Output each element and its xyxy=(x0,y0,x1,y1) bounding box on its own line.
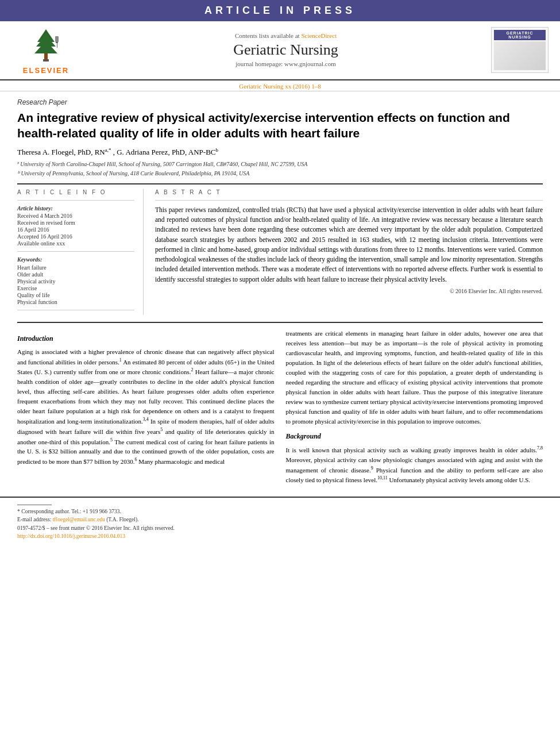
keyword-4: Exercise xyxy=(17,285,134,291)
svg-marker-4 xyxy=(34,41,57,53)
divider-kw xyxy=(17,251,134,252)
article-info-column: A R T I C L E I N F O Article history: R… xyxy=(17,189,144,315)
received-date: Received 4 March 2016 xyxy=(17,213,134,219)
keyword-5: Quality of life xyxy=(17,292,134,298)
abstract-column: A B S T R A C T This paper reviews rando… xyxy=(155,189,543,315)
article-type-label: Research Paper xyxy=(17,98,543,106)
affiliations: ª University of North Carolina-Chapel Hi… xyxy=(17,160,543,178)
svg-rect-8 xyxy=(56,42,58,43)
received-revised-label: Received in revised form xyxy=(17,220,134,226)
elsevier-tree-icon xyxy=(23,25,69,65)
main-content: Research Paper An integrative review of … xyxy=(0,91,560,491)
background-text: It is well known that physical activity … xyxy=(286,445,543,485)
svg-rect-9 xyxy=(57,43,57,48)
history-label: Article history: xyxy=(17,205,134,211)
copyright-line: © 2016 Elsevier Inc. All rights reserved… xyxy=(155,288,543,294)
background-heading: Background xyxy=(286,431,543,442)
affiliation-b: ᵇ University of Pennsylvania, School of … xyxy=(17,170,543,178)
keywords-label: Keywords: xyxy=(17,256,134,263)
available-online: Available online xxx xyxy=(17,240,134,247)
keyword-2: Older adult xyxy=(17,271,134,278)
page-footer: * Corresponding author. Tel.: +1 919 966… xyxy=(0,497,560,543)
svg-rect-7 xyxy=(55,36,59,42)
article-history: Article history: Received 4 March 2016 R… xyxy=(17,205,134,247)
keyword-3: Physical activity xyxy=(17,278,134,284)
intro-col2-text: treatments are critical elements in mana… xyxy=(286,329,543,426)
divider-thick xyxy=(17,183,543,184)
article-info-abstract: A R T I C L E I N F O Article history: R… xyxy=(17,189,543,315)
journal-center-info: Contents lists available at ScienceDirec… xyxy=(80,32,491,67)
article-in-press-banner: ARTICLE IN PRESS xyxy=(0,0,560,21)
body-two-col: Introduction Aging is associated with a … xyxy=(17,329,543,485)
divider-kw-end xyxy=(17,310,134,310)
elsevier-brand-text: ELSEVIER xyxy=(23,66,69,75)
intro-heading: Introduction xyxy=(17,333,275,344)
journal-header: ELSEVIER Contents lists available at Sci… xyxy=(0,21,560,80)
footer-issn: 0197-4572/$ – see front matter © 2016 El… xyxy=(17,524,543,541)
divider-abstract xyxy=(155,200,543,201)
revised-date: 16 April 2016 xyxy=(17,226,134,233)
affiliation-a: ª University of North Carolina-Chapel Hi… xyxy=(17,160,543,168)
journal-citation-line: Geriatric Nursing xx (2016) 1–8 xyxy=(0,80,560,91)
journal-title: Geriatric Nursing xyxy=(86,41,485,59)
abstract-text: This paper reviews randomized, controlle… xyxy=(155,205,543,284)
email-link[interactable]: tfloegel@email.unc.edu xyxy=(53,517,105,522)
geriatric-nursing-logo: GERIATRICNURSING xyxy=(491,27,549,73)
journal-homepage: journal homepage: www.gnjournal.com xyxy=(86,60,485,67)
keywords-section: Keywords: Heart failure Older adult Phys… xyxy=(17,256,134,305)
contents-line: Contents lists available at ScienceDirec… xyxy=(86,32,485,39)
corresponding-author-note: * Corresponding author. Tel.: +1 919 966… xyxy=(17,507,543,524)
sciencedirect-link[interactable]: ScienceDirect xyxy=(301,32,337,39)
accepted-date: Accepted 16 April 2016 xyxy=(17,233,134,240)
elsevier-logo: ELSEVIER xyxy=(11,25,80,75)
footnote-separator xyxy=(17,505,52,505)
article-info-header: A R T I C L E I N F O xyxy=(17,189,134,195)
divider-info xyxy=(17,200,134,201)
keyword-6: Physical function xyxy=(17,299,134,305)
keyword-1: Heart failure xyxy=(17,264,134,271)
intro-col1-text: Aging is associated with a higher preval… xyxy=(17,347,275,467)
doi-link[interactable]: http://dx.doi.org/10.1016/j.gerinurse.20… xyxy=(17,533,125,539)
abstract-header: A B S T R A C T xyxy=(155,189,543,195)
divider-body xyxy=(17,322,543,323)
body-col-right: treatments are critical elements in mana… xyxy=(286,329,543,485)
authors-line: Theresa A. Floegel, PhD, RNa,* , G. Adri… xyxy=(17,147,543,157)
article-title: An integrative review of physical activi… xyxy=(17,110,543,141)
svg-rect-0 xyxy=(43,59,49,61)
body-col-left: Introduction Aging is associated with a … xyxy=(17,329,275,485)
